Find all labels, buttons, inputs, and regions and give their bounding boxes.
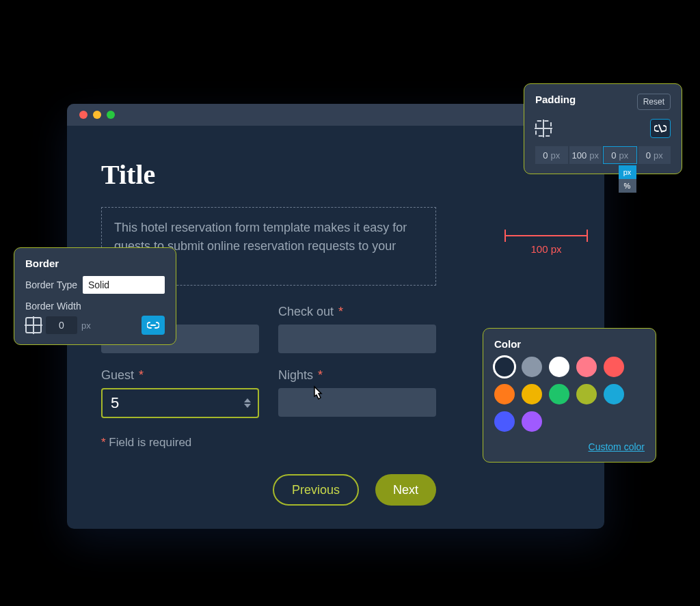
color-swatch[interactable]: [494, 411, 515, 432]
maximize-icon[interactable]: [107, 111, 115, 119]
form-title[interactable]: Title: [101, 159, 570, 191]
color-swatch[interactable]: [494, 357, 515, 377]
border-type-select[interactable]: Solid: [83, 276, 165, 294]
color-swatch[interactable]: [576, 357, 597, 377]
required-star: *: [318, 368, 323, 382]
padding-right-input[interactable]: 100px: [569, 146, 602, 164]
color-swatches: [494, 357, 645, 432]
chevron-down-icon[interactable]: [244, 404, 251, 408]
box-model-icon[interactable]: [25, 317, 42, 333]
custom-color-link[interactable]: Custom color: [494, 441, 645, 452]
border-panel-title: Border: [25, 258, 165, 269]
padding-panel[interactable]: Padding Reset 0px 100px 0px px % 0px: [524, 83, 682, 174]
padding-reset-button[interactable]: Reset: [637, 94, 671, 110]
number-spinner[interactable]: [244, 398, 251, 408]
color-swatch[interactable]: [549, 357, 569, 377]
color-swatch[interactable]: [522, 411, 542, 432]
nights-label: Nights: [278, 368, 313, 382]
color-panel-title: Color: [494, 338, 645, 350]
checkout-label: Check out: [278, 305, 334, 318]
guest-input[interactable]: 5: [101, 388, 259, 418]
border-width-unit: px: [81, 320, 91, 331]
border-width-label: Border Width: [25, 301, 165, 312]
color-swatch[interactable]: [576, 384, 597, 404]
guest-field: Guest * 5: [101, 368, 259, 418]
color-swatch[interactable]: [604, 357, 624, 377]
guest-label: Guest: [101, 368, 134, 382]
color-swatch[interactable]: [549, 384, 569, 404]
border-width-input[interactable]: 0: [46, 316, 77, 334]
color-swatch[interactable]: [604, 384, 624, 404]
close-icon[interactable]: [79, 111, 88, 119]
next-button[interactable]: Next: [375, 474, 436, 506]
minimize-icon[interactable]: [93, 111, 101, 119]
color-panel[interactable]: Color Custom color: [483, 328, 656, 463]
checkout-field: Check out *: [278, 305, 436, 353]
color-swatch[interactable]: [522, 384, 542, 404]
guest-value: 5: [111, 394, 119, 412]
unit-option-px[interactable]: px: [619, 165, 636, 179]
color-swatch[interactable]: [494, 384, 515, 404]
required-star: *: [338, 305, 343, 318]
link-values-button[interactable]: [142, 316, 165, 335]
nights-input[interactable]: [278, 388, 436, 417]
unlink-values-button[interactable]: [650, 119, 671, 138]
border-panel[interactable]: Border Border Type Solid Border Width 0 …: [14, 247, 176, 345]
previous-button[interactable]: Previous: [273, 474, 359, 506]
color-swatch[interactable]: [522, 357, 542, 377]
chevron-up-icon[interactable]: [244, 398, 251, 402]
checkout-input[interactable]: [278, 325, 436, 353]
box-model-icon[interactable]: [535, 120, 552, 137]
padding-top-input[interactable]: 0px: [535, 146, 568, 164]
unit-dropdown[interactable]: px %: [619, 165, 636, 193]
required-star: *: [139, 368, 144, 382]
border-type-label: Border Type: [25, 279, 77, 290]
unit-option-percent[interactable]: %: [619, 179, 636, 193]
nights-field: Nights *: [278, 368, 436, 418]
padding-left-input[interactable]: 0px: [638, 146, 671, 164]
padding-bottom-input[interactable]: 0px px %: [603, 146, 637, 164]
padding-panel-title: Padding: [535, 94, 576, 105]
padding-values: 0px 100px 0px px % 0px: [535, 146, 671, 164]
